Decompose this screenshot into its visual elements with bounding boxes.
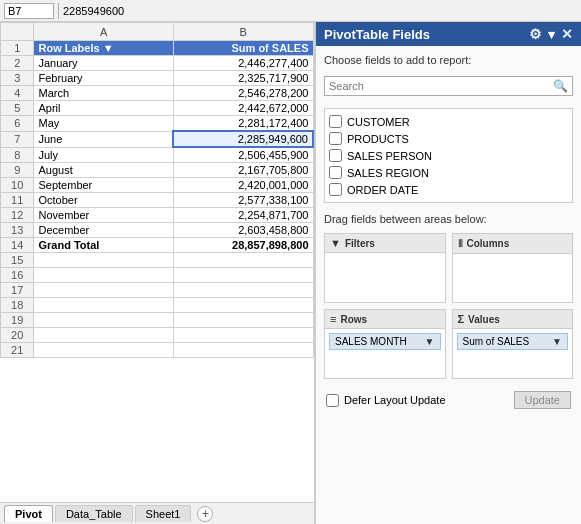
row-label[interactable]: December	[34, 223, 174, 238]
empty-row-num: 15	[1, 253, 34, 268]
tab-pivot[interactable]: Pivot	[4, 505, 53, 522]
row-label[interactable]: October	[34, 193, 174, 208]
pivot-col-b-header[interactable]: Sum of SALES	[173, 41, 313, 56]
field-checkbox[interactable]	[329, 132, 342, 145]
row-num-2: 2	[1, 56, 34, 71]
tab-data-table[interactable]: Data_Table	[55, 505, 133, 522]
grand-total-value[interactable]: 28,857,898,800	[173, 238, 313, 253]
pivot-panel-header-actions: ⚙ ▾ ✕	[529, 26, 573, 42]
columns-content	[453, 254, 573, 298]
row-value[interactable]: 2,442,672,000	[173, 101, 313, 116]
row-value[interactable]: 2,254,871,700	[173, 208, 313, 223]
row-label[interactable]: November	[34, 208, 174, 223]
add-sheet-button[interactable]: +	[197, 506, 213, 522]
col-header-a[interactable]: A	[34, 23, 174, 41]
row-label[interactable]: August	[34, 163, 174, 178]
field-label: PRODUCTS	[347, 133, 409, 145]
search-input[interactable]	[329, 80, 553, 92]
row-value[interactable]: 2,546,278,200	[173, 86, 313, 101]
row-num-9: 9	[1, 163, 34, 178]
field-item[interactable]: PRODUCTS	[329, 130, 568, 147]
row-value[interactable]: 2,285,949,600	[173, 131, 313, 147]
pivot-panel: PivotTable Fields ⚙ ▾ ✕ Choose fields to…	[315, 22, 581, 524]
row-label[interactable]: April	[34, 101, 174, 116]
row-value[interactable]: 2,577,338,100	[173, 193, 313, 208]
field-item[interactable]: SALES REGION	[329, 164, 568, 181]
rows-area-header: ≡ Rows	[325, 310, 445, 329]
row-label[interactable]: June	[34, 131, 174, 147]
corner-cell	[1, 23, 34, 41]
values-label: Values	[468, 314, 500, 325]
row-value[interactable]: 2,446,277,400	[173, 56, 313, 71]
field-label: SALES REGION	[347, 167, 429, 179]
values-tag-sum-sales[interactable]: Sum of SALES ▼	[457, 333, 569, 350]
empty-cell	[34, 283, 174, 298]
row-num-6: 6	[1, 116, 34, 132]
defer-checkbox[interactable]	[326, 394, 339, 407]
row-num-7: 7	[1, 131, 34, 147]
tab-sheet1[interactable]: Sheet1	[135, 505, 192, 522]
settings-icon[interactable]: ⚙	[529, 26, 542, 42]
empty-row-num: 21	[1, 343, 34, 358]
pivot-panel-body: Choose fields to add to report: 🔍 CUSTOM…	[316, 46, 581, 524]
rows-tag-dropdown[interactable]: ▼	[425, 336, 435, 347]
sheet-table: A B 1 Row Labels ▼ Sum of SALES 2January…	[0, 22, 314, 358]
row-value[interactable]: 2,420,001,000	[173, 178, 313, 193]
row-label[interactable]: September	[34, 178, 174, 193]
table-row: 10September2,420,001,000	[1, 178, 314, 193]
name-box[interactable]	[4, 3, 54, 19]
row-label[interactable]: January	[34, 56, 174, 71]
row-label[interactable]: May	[34, 116, 174, 132]
empty-cell	[34, 343, 174, 358]
field-checkbox[interactable]	[329, 166, 342, 179]
formula-bar-separator	[58, 3, 59, 19]
empty-row: 18	[1, 298, 314, 313]
values-tag-dropdown[interactable]: ▼	[552, 336, 562, 347]
filter-icon: ▼	[330, 237, 341, 249]
close-icon[interactable]: ✕	[561, 26, 573, 42]
table-row: 6May2,281,172,400	[1, 116, 314, 132]
spreadsheet: A B 1 Row Labels ▼ Sum of SALES 2January…	[0, 22, 315, 524]
table-row: 4March2,546,278,200	[1, 86, 314, 101]
main-area: A B 1 Row Labels ▼ Sum of SALES 2January…	[0, 22, 581, 524]
grand-total-row-num: 14	[1, 238, 34, 253]
columns-label: Columns	[467, 238, 510, 249]
row-value[interactable]: 2,506,455,900	[173, 147, 313, 163]
drag-areas-label: Drag fields between areas below:	[324, 213, 573, 225]
update-button[interactable]: Update	[514, 391, 571, 409]
empty-cell	[173, 328, 313, 343]
formula-input[interactable]	[63, 5, 577, 17]
empty-row: 21	[1, 343, 314, 358]
row-label[interactable]: March	[34, 86, 174, 101]
formula-bar	[0, 0, 581, 22]
field-checkbox[interactable]	[329, 183, 342, 196]
empty-row-num: 18	[1, 298, 34, 313]
pivot-col-a-header[interactable]: Row Labels ▼	[34, 41, 174, 56]
field-item[interactable]: ORDER DATE	[329, 181, 568, 198]
empty-row-num: 16	[1, 268, 34, 283]
row-num-11: 11	[1, 193, 34, 208]
columns-area-header: ⫴ Columns	[453, 234, 573, 254]
row-label[interactable]: July	[34, 147, 174, 163]
empty-row: 20	[1, 328, 314, 343]
empty-cell	[34, 253, 174, 268]
empty-row: 19	[1, 313, 314, 328]
row-value[interactable]: 2,603,458,800	[173, 223, 313, 238]
rows-tag-sales-month[interactable]: SALES MONTH ▼	[329, 333, 441, 350]
table-row: 3February2,325,717,900	[1, 71, 314, 86]
header-separator: ▾	[548, 27, 555, 42]
row-num-1: 1	[1, 41, 34, 56]
sheet-tabs: Pivot Data_Table Sheet1 +	[0, 502, 314, 524]
defer-text: Defer Layout Update	[344, 394, 446, 406]
row-value[interactable]: 2,167,705,800	[173, 163, 313, 178]
row-label[interactable]: February	[34, 71, 174, 86]
row-value[interactable]: 2,325,717,900	[173, 71, 313, 86]
field-item[interactable]: SALES PERSON	[329, 147, 568, 164]
col-header-b[interactable]: B	[173, 23, 313, 41]
row-value[interactable]: 2,281,172,400	[173, 116, 313, 132]
field-checkbox[interactable]	[329, 115, 342, 128]
field-item[interactable]: CUSTOMER	[329, 113, 568, 130]
grand-total-label[interactable]: Grand Total	[34, 238, 174, 253]
field-checkbox[interactable]	[329, 149, 342, 162]
values-area-header: Σ Values	[453, 310, 573, 329]
